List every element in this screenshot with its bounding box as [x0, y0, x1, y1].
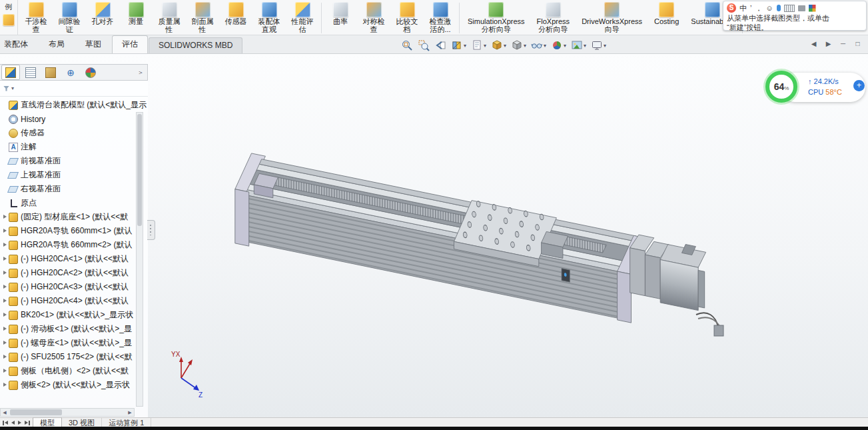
section-view-button[interactable]: ▾	[450, 39, 468, 52]
expander-icon[interactable]	[2, 326, 8, 332]
scrollbar-thumb[interactable]	[10, 409, 62, 415]
keyboard-icon[interactable]	[784, 5, 795, 12]
tree-item[interactable]: 右视基准面	[0, 182, 148, 196]
tree-item[interactable]: 原点	[0, 196, 148, 210]
tree-item[interactable]: (-) HGH20CA<1> (默认<<默认	[0, 252, 148, 266]
tree-item[interactable]: 传感器	[0, 126, 148, 140]
accelerate-button[interactable]: +	[853, 80, 865, 91]
tree-item[interactable]: (-) SFU2505 175<2> (默认<<默	[0, 350, 148, 364]
tab-layout[interactable]: 布局	[39, 35, 75, 53]
ribbon-button-clearance-verification[interactable]: 间隙验证	[53, 1, 86, 35]
expander-icon[interactable]	[2, 382, 8, 388]
tree-item[interactable]: 侧板（电机侧）<2> (默认<<默	[0, 364, 148, 378]
view-settings-button[interactable]: ▾	[590, 39, 608, 52]
tab-sketch[interactable]: 草图	[75, 35, 111, 53]
first-tab-button[interactable]	[2, 421, 9, 425]
restore-button[interactable]: □	[853, 39, 863, 49]
comma-mark[interactable]: ，	[755, 3, 762, 13]
tree-item[interactable]: (固定) 型材底座<1> (默认<<默	[0, 210, 148, 224]
ribbon-button-hole-alignment[interactable]: 孔对齐	[86, 1, 119, 35]
pane-left-button[interactable]: ◀	[809, 39, 819, 49]
tab-assembly[interactable]: 装配体	[0, 35, 38, 53]
expander-icon[interactable]	[2, 270, 8, 276]
tree-item[interactable]: HGR20A导轨 660mm<1> (默认	[0, 224, 148, 238]
sogou-logo-icon[interactable]: S	[727, 3, 736, 13]
minimize-button[interactable]: ─	[838, 39, 848, 49]
tree-item[interactable]: BK20<1> (默认<<默认>_显示状	[0, 308, 148, 322]
expander-icon[interactable]	[2, 228, 8, 234]
tree-item[interactable]: 直线滑台装配模型 (默认<默认_显示	[0, 98, 148, 112]
emoji-icon[interactable]: ☺	[765, 4, 773, 12]
tree-item[interactable]: (-) 滑动板<1> (默认<<默认>_显	[0, 322, 148, 336]
scroll-right-arrow[interactable]: ▶	[126, 409, 134, 416]
microphone-icon[interactable]	[777, 5, 781, 11]
tree-item[interactable]: (-) HGH20CA<2> (默认<<默认	[0, 266, 148, 280]
tree-item[interactable]: (-) HGH20CA<4> (默认<<默认	[0, 294, 148, 308]
ribbon-button-mass-properties[interactable]: 质量属性	[153, 1, 186, 35]
panel-tab-featuremanager[interactable]	[1, 65, 20, 80]
last-tab-button[interactable]	[24, 421, 31, 425]
expander-icon[interactable]	[2, 354, 8, 360]
ribbon-button-driveworksxpress[interactable]: DriveWorksXpress向导	[576, 1, 648, 35]
ribbon-button-compare-documents[interactable]: 比较文档	[390, 1, 424, 35]
tab-3d-views[interactable]: 3D 视图	[62, 418, 102, 427]
tree-item[interactable]: 前视基准面	[0, 154, 148, 168]
scrollbar-thumb[interactable]	[137, 114, 142, 226]
tab-solidworks-mbd[interactable]: SOLIDWORKS MBD	[149, 37, 242, 53]
screenshot-grid-icon[interactable]	[809, 5, 816, 12]
ribbon-button-sensor[interactable]: 传感器	[219, 1, 252, 35]
tree-item[interactable]: (-) 螺母座<1> (默认<<默认>_显	[0, 336, 148, 350]
panel-expand-arrow[interactable]: ＞	[135, 68, 146, 77]
hide-show-items-button[interactable]: ▾	[530, 39, 548, 52]
tree-filter-row[interactable]: ▾	[0, 81, 148, 97]
apply-scene-button[interactable]: ▾	[570, 39, 588, 52]
ribbon-button-symmetry-check[interactable]: 对称检查	[357, 1, 390, 35]
pane-right-button[interactable]: ▶	[823, 39, 833, 49]
ribbon-button-section-properties[interactable]: 剖面属性	[186, 1, 219, 35]
panel-tab-displaymanager[interactable]	[81, 65, 100, 80]
ribbon-partial-button[interactable]: 例	[0, 0, 18, 35]
memory-percent-ring[interactable]: 64%	[765, 71, 797, 103]
expander-icon[interactable]	[2, 312, 8, 318]
ribbon-button-performance-evaluation[interactable]: 性能评估	[286, 1, 319, 35]
ribbon-button-measure[interactable]: 测量	[119, 1, 153, 35]
previous-view-button[interactable]	[433, 39, 448, 52]
tree-item[interactable]: HGR20A导轨 660mm<2> (默认	[0, 238, 148, 252]
expander-icon[interactable]	[2, 256, 8, 262]
ribbon-button-curvature[interactable]: 曲率	[324, 1, 357, 35]
ribbon-button-costing[interactable]: Costing	[648, 1, 685, 35]
expander-icon[interactable]	[2, 340, 8, 346]
panel-tab-configurationmanager[interactable]	[41, 65, 60, 80]
expander-icon[interactable]	[2, 298, 8, 304]
tree-item[interactable]: A注解	[0, 140, 148, 154]
expander-icon[interactable]	[2, 368, 8, 374]
apostrophe-mark[interactable]: ’	[750, 4, 751, 12]
edit-appearance-button[interactable]: ▾	[550, 39, 568, 52]
tree-item[interactable]: (-) HGH20CA<3> (默认<<默认	[0, 280, 148, 294]
tab-model[interactable]: 模型	[33, 417, 62, 427]
panel-splitter-handle[interactable]	[147, 220, 155, 240]
display-style-button[interactable]: ▾	[510, 39, 528, 52]
zoom-fit-button[interactable]	[400, 39, 414, 52]
dynamic-annotation-views-button[interactable]: ▾	[470, 39, 488, 52]
ribbon-button-simulationxpress[interactable]: SimulationXpress分析向导	[462, 1, 531, 35]
ime-toolbar[interactable]: S 中 ’ ， ☺ 从菜单中选择截图类型，或单击 “新建”按钮。	[723, 1, 867, 31]
tree-item[interactable]: History	[0, 112, 148, 126]
system-monitor-widget[interactable]: 64% ↑ 24.2K/s CPU 58°C +	[765, 69, 865, 105]
ribbon-button-assembly-visualization[interactable]: 装配体直观	[252, 1, 286, 35]
next-tab-button[interactable]	[17, 421, 22, 425]
view-orientation-button[interactable]: ▾	[490, 39, 508, 52]
ribbon-button-interference-detection[interactable]: 干涉检查	[19, 1, 53, 35]
tree-item[interactable]: 上视基准面	[0, 168, 148, 182]
tree-horizontal-scrollbar[interactable]: ◀ ▶	[0, 408, 135, 417]
toolbox-icon[interactable]	[798, 5, 805, 11]
panel-tab-dimxpertmanager[interactable]: ⊕	[61, 65, 80, 80]
scroll-left-arrow[interactable]: ◀	[1, 409, 9, 416]
ribbon-button-floxpress[interactable]: FloXpress分析向导	[531, 1, 576, 35]
panel-tab-propertymanager[interactable]	[21, 65, 40, 80]
expander-icon[interactable]	[2, 214, 8, 220]
tab-evaluate[interactable]: 评估	[112, 35, 148, 53]
tree-vertical-scrollbar[interactable]	[136, 112, 143, 407]
tree-item[interactable]: 侧板<2> (默认<<默认>_显示状	[0, 378, 148, 392]
expander-icon[interactable]	[2, 242, 8, 248]
